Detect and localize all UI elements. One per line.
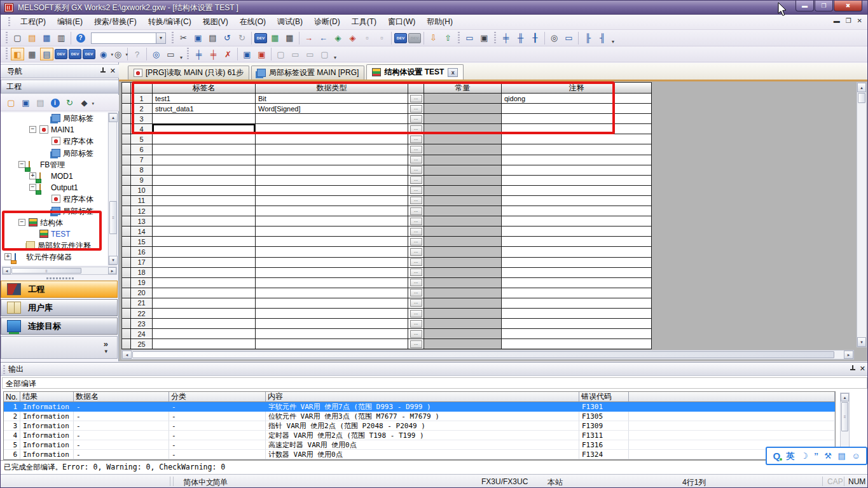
new-data-icon[interactable]: ▢ bbox=[4, 97, 18, 109]
copy-icon[interactable]: ▣ bbox=[191, 32, 205, 45]
output-cell-dataname[interactable]: - bbox=[74, 412, 169, 421]
constant-cell[interactable] bbox=[424, 216, 502, 227]
label-name-cell[interactable] bbox=[153, 288, 256, 298]
tree-hscroll-thumb[interactable]: ≡ bbox=[11, 268, 81, 274]
output-cell-content[interactable]: 位软元件 VAR用 使用3点 (范围 M7677 - M7679 ) bbox=[266, 412, 579, 421]
data-type-cell[interactable] bbox=[256, 288, 408, 298]
output-cell-errorcode[interactable]: F1309 bbox=[579, 421, 629, 431]
constant-cell[interactable] bbox=[424, 144, 502, 155]
data-type-cell[interactable] bbox=[256, 216, 408, 227]
help-icon[interactable]: ? bbox=[74, 32, 87, 45]
row-number-cell[interactable]: 4 bbox=[131, 124, 153, 134]
label-name-cell[interactable] bbox=[153, 319, 256, 329]
mdi-restore-icon[interactable]: ❐ bbox=[846, 17, 851, 24]
label-name-cell[interactable]: struct_data1 bbox=[153, 104, 256, 114]
browse-button[interactable]: ... bbox=[410, 105, 422, 113]
tree-expander-icon[interactable]: − bbox=[18, 219, 25, 226]
comment-cell[interactable] bbox=[502, 155, 652, 165]
tree-item-TEST[interactable]: TEST bbox=[1, 228, 107, 240]
tree-scroll-right-icon[interactable]: ▸ bbox=[108, 267, 116, 274]
copy-data-icon[interactable]: ▣ bbox=[19, 97, 32, 109]
comment-cell[interactable] bbox=[502, 298, 652, 309]
constant-cell[interactable] bbox=[424, 247, 502, 257]
row-number-cell[interactable]: 21 bbox=[131, 298, 153, 309]
browse-button[interactable]: ... bbox=[410, 320, 422, 328]
editor-vertical-scrollbar[interactable]: ▴ ▾ bbox=[857, 82, 867, 347]
ladder-application-icon[interactable]: ▭ bbox=[562, 32, 575, 45]
tab-close-icon[interactable]: x bbox=[448, 68, 458, 77]
browse-button[interactable]: ... bbox=[410, 248, 422, 256]
data-type-cell[interactable] bbox=[256, 309, 408, 319]
tree-scroll-thumb[interactable]: ≡ bbox=[109, 201, 117, 234]
device-batch-display-icon[interactable]: DEV bbox=[83, 49, 95, 59]
label-name-cell[interactable] bbox=[153, 227, 256, 237]
monitor-stop-icon[interactable]: ◈ bbox=[346, 32, 359, 45]
tree-item-FB管理[interactable]: −FB管理 bbox=[1, 159, 107, 171]
menu-item-2[interactable]: 搜索/替换(F) bbox=[88, 15, 142, 29]
mdi-close-icon[interactable]: ✕ bbox=[857, 17, 862, 24]
label-name-cell[interactable] bbox=[153, 134, 256, 144]
output-cell-dataname[interactable]: - bbox=[74, 431, 169, 440]
device-display-icon[interactable]: DEV bbox=[394, 33, 407, 43]
device-comment-icon[interactable]: DEV bbox=[254, 33, 267, 43]
browse-button[interactable]: ... bbox=[410, 207, 422, 215]
constant-cell[interactable] bbox=[424, 227, 502, 237]
data-type-cell[interactable] bbox=[256, 237, 408, 247]
monitor-write-mode-icon[interactable]: ▦ bbox=[283, 32, 296, 45]
register-device-label-icon[interactable]: ▣ bbox=[255, 48, 268, 60]
data-type-cell[interactable]: Word[Signed] bbox=[256, 104, 408, 114]
data-type-cell[interactable] bbox=[256, 176, 408, 186]
label-name-cell[interactable] bbox=[153, 114, 256, 124]
comment-cell[interactable] bbox=[502, 258, 652, 268]
output-cell-no[interactable]: 1 bbox=[4, 402, 20, 412]
browse-button[interactable]: ... bbox=[410, 176, 422, 184]
comment-cell[interactable] bbox=[502, 196, 652, 206]
row-number-cell[interactable]: 19 bbox=[131, 278, 153, 288]
browse-button[interactable]: ... bbox=[410, 340, 422, 348]
row-number-cell[interactable]: 16 bbox=[131, 247, 153, 257]
comment-cell[interactable] bbox=[502, 186, 652, 196]
chevron-down-icon[interactable]: ▾ bbox=[104, 348, 107, 354]
comment-cell[interactable] bbox=[502, 216, 652, 227]
data-type-cell[interactable] bbox=[256, 155, 408, 165]
menu-item-0[interactable]: 工程(P) bbox=[15, 15, 52, 29]
row-number-cell[interactable]: 6 bbox=[131, 144, 153, 155]
navigation-window-toggle-icon[interactable]: ◧ bbox=[11, 48, 24, 60]
constant-cell[interactable] bbox=[424, 134, 502, 144]
constant-cell[interactable] bbox=[424, 237, 502, 247]
row-number-cell[interactable]: 15 bbox=[131, 237, 153, 247]
toolbar-options-icon[interactable]: ▾ bbox=[180, 55, 183, 62]
paste-icon[interactable]: ▤ bbox=[206, 32, 219, 45]
label-name-cell[interactable] bbox=[153, 298, 256, 309]
sort-filter-icon[interactable]: ◆▾ bbox=[78, 97, 91, 109]
constant-cell[interactable] bbox=[424, 319, 502, 329]
emoji-smiley-icon[interactable]: ☺ bbox=[851, 451, 860, 461]
output-cell-result[interactable]: Information bbox=[20, 450, 74, 459]
label-name-cell[interactable] bbox=[153, 176, 256, 186]
browse-button[interactable]: ... bbox=[410, 299, 422, 307]
browse-button[interactable]: ... bbox=[410, 228, 422, 235]
refresh-icon[interactable]: ↻ bbox=[63, 97, 76, 109]
label-name-cell[interactable] bbox=[153, 268, 256, 278]
data-type-cell[interactable] bbox=[256, 114, 408, 124]
parameter-download-icon[interactable]: ⇩ bbox=[427, 32, 440, 45]
browse-button[interactable]: ... bbox=[410, 115, 422, 123]
row-number-cell[interactable]: 7 bbox=[131, 155, 153, 165]
output-cell-errorcode[interactable]: F1311 bbox=[579, 431, 629, 440]
ladder-open-contact-icon[interactable]: ╪ bbox=[499, 32, 513, 45]
label-name-cell[interactable] bbox=[153, 155, 256, 165]
zoom-page-icon[interactable]: ▭ bbox=[164, 48, 177, 60]
project-data-combobox[interactable]: ▾ bbox=[91, 32, 166, 44]
output-cell-errorcode[interactable]: F1316 bbox=[579, 440, 629, 450]
constant-cell[interactable] bbox=[424, 155, 502, 165]
label-name-cell[interactable] bbox=[153, 186, 256, 196]
menu-item-9[interactable]: 窗口(W) bbox=[382, 15, 421, 29]
label-name-cell[interactable] bbox=[153, 278, 256, 288]
tree-item-局部软元件注释[interactable]: 局部软元件注释 bbox=[1, 240, 107, 251]
browse-button[interactable]: ... bbox=[410, 268, 422, 276]
output-cell-content[interactable]: 高速定时器 VAR用 使用0点 bbox=[266, 440, 579, 450]
minimize-button[interactable]: ▬ bbox=[796, 1, 814, 11]
save-project-icon[interactable]: ▦ bbox=[40, 32, 53, 45]
device-label-display-icon[interactable]: DEV bbox=[69, 49, 81, 59]
label-name-cell[interactable] bbox=[153, 165, 256, 176]
